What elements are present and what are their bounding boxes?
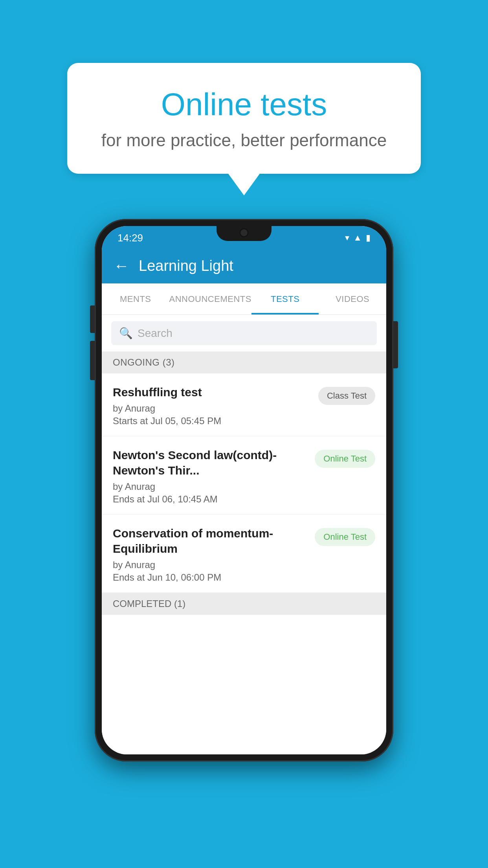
test-info-conservation: Conservation of momentum-Equilibrium by … [113,526,307,583]
test-time-conservation: Ends at Jun 10, 06:00 PM [113,572,307,583]
volume-down-button[interactable] [90,341,95,380]
search-container: 🔍 Search [102,315,386,351]
completed-section-header: COMPLETED (1) [102,593,386,615]
tab-ments[interactable]: MENTS [102,283,169,314]
test-name-conservation: Conservation of momentum-Equilibrium [113,526,307,556]
phone-notch [216,226,272,241]
back-button[interactable]: ← [114,257,129,275]
test-by-newtons: by Anurag [113,481,307,492]
online-tests-subtitle: for more practice, better performance [99,131,389,150]
test-name-reshuffling: Reshuffling test [113,384,310,400]
online-tests-title: Online tests [99,86,389,123]
tab-videos[interactable]: VIDEOS [319,283,386,314]
test-list: Reshuffling test by Anurag Starts at Jul… [102,373,386,754]
status-time: 14:29 [117,232,143,244]
test-time-newtons: Ends at Jul 06, 10:45 AM [113,494,307,505]
test-by-conservation: by Anurag [113,559,307,570]
completed-label: COMPLETED (1) [113,598,185,609]
wifi-icon: ▾ [345,233,349,243]
speech-bubble-arrow [228,174,260,195]
phone-camera [240,228,248,237]
ongoing-section-header: ONGOING (3) [102,351,386,373]
search-bar[interactable]: 🔍 Search [111,321,377,345]
test-info-newtons: Newton's Second law(contd)-Newton's Thir… [113,447,307,505]
tabs-bar: MENTS ANNOUNCEMENTS TESTS VIDEOS [102,283,386,315]
speech-bubble-container: Online tests for more practice, better p… [67,63,421,195]
test-info-reshuffling: Reshuffling test by Anurag Starts at Jul… [113,384,310,427]
phone-screen: 14:29 ▾ ▲ ▮ ← Learning Light MENTS ANNOU… [102,226,386,754]
test-item-conservation[interactable]: Conservation of momentum-Equilibrium by … [102,515,386,593]
test-name-newtons: Newton's Second law(contd)-Newton's Thir… [113,447,307,478]
tab-announcements[interactable]: ANNOUNCEMENTS [169,283,251,314]
test-item-reshuffling[interactable]: Reshuffling test by Anurag Starts at Jul… [102,373,386,436]
signal-icon: ▲ [353,233,362,243]
phone-device: 14:29 ▾ ▲ ▮ ← Learning Light MENTS ANNOU… [95,219,393,761]
search-icon: 🔍 [119,327,133,340]
ongoing-label: ONGOING (3) [113,357,175,368]
speech-bubble: Online tests for more practice, better p… [67,63,421,174]
phone-wrapper: 14:29 ▾ ▲ ▮ ← Learning Light MENTS ANNOU… [95,219,393,761]
test-item-newtons[interactable]: Newton's Second law(contd)-Newton's Thir… [102,436,386,515]
battery-icon: ▮ [366,233,371,243]
badge-online-test-newtons: Online Test [315,450,375,468]
volume-up-button[interactable] [90,305,95,333]
status-icons: ▾ ▲ ▮ [345,233,371,243]
search-input[interactable]: Search [138,327,172,340]
test-time-reshuffling: Starts at Jul 05, 05:45 PM [113,416,310,427]
badge-online-test-conservation: Online Test [315,528,375,546]
test-by-reshuffling: by Anurag [113,403,310,414]
badge-class-test: Class Test [318,387,375,405]
power-button[interactable] [393,321,398,368]
app-title: Learning Light [139,257,233,274]
tab-tests[interactable]: TESTS [251,283,319,314]
app-header: ← Learning Light [102,248,386,283]
